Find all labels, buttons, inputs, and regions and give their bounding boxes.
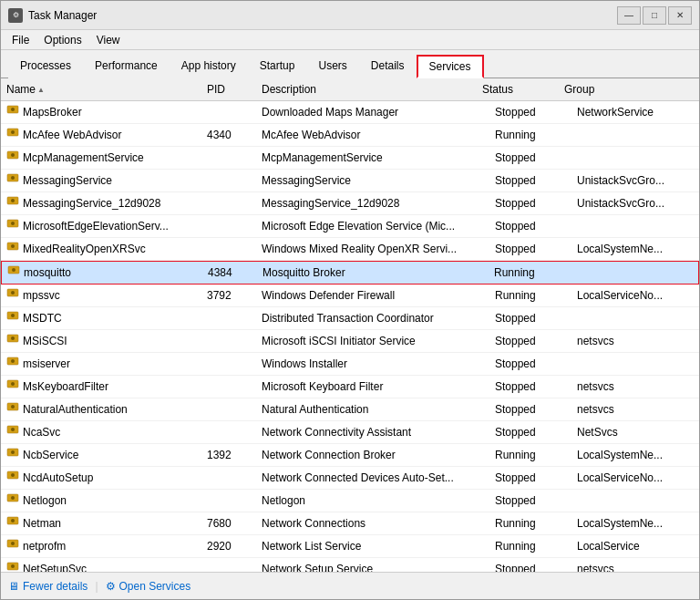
table-row[interactable]: MixedRealityOpenXRSvc Windows Mixed Real… <box>1 238 699 261</box>
cell-group: NetSvcs <box>571 421 699 443</box>
cell-name: MapsBroker <box>1 101 201 123</box>
tab-startup[interactable]: Startup <box>248 55 307 78</box>
service-icon <box>6 378 19 396</box>
table-row[interactable]: NaturalAuthentication Natural Authentica… <box>1 398 699 421</box>
svg-point-1 <box>11 108 15 111</box>
cell-pid <box>201 408 256 411</box>
cell-name: MsKeyboardFilter <box>1 376 201 398</box>
tab-users[interactable]: Users <box>306 55 358 78</box>
table-row[interactable]: MapsBroker Downloaded Maps Manager Stopp… <box>1 101 699 124</box>
minimize-button[interactable]: — <box>617 6 641 25</box>
col-header-pid[interactable]: PID <box>201 80 256 98</box>
tab-processes[interactable]: Processes <box>8 55 83 78</box>
service-icon <box>6 286 19 305</box>
fewer-details-icon: 🖥 <box>8 580 19 593</box>
cell-description: Network Connectivity Assistant <box>256 421 489 443</box>
service-icon <box>6 332 19 350</box>
table-row[interactable]: mosquitto 4384 Mosquitto Broker Running <box>1 261 699 284</box>
col-header-status[interactable]: Status <box>477 80 559 98</box>
service-icon <box>6 491 19 510</box>
table-row[interactable]: Netlogon Netlogon Stopped <box>1 490 699 512</box>
table-row[interactable]: NetSetupSvc Network Setup Service Stoppe… <box>1 558 699 572</box>
table-row[interactable]: Netman 7680 Network Connections Running … <box>1 512 699 535</box>
maximize-button[interactable]: □ <box>643 6 666 25</box>
tab-services[interactable]: Services <box>417 55 484 78</box>
cell-pid: 4340 <box>201 124 256 146</box>
cell-pid <box>201 476 256 480</box>
cell-description: Network Setup Service <box>256 558 489 572</box>
cell-pid <box>201 430 256 434</box>
cell-status: Running <box>489 284 571 306</box>
table-row[interactable]: NcbService 1392 Network Connection Broke… <box>1 444 699 467</box>
title-bar: ⚙ Task Manager — □ ✕ <box>1 1 699 30</box>
cell-name: msiserver <box>1 353 201 375</box>
services-content: Name ▲ PID Description Status Group Ma <box>1 78 699 572</box>
cell-name: Netlogon <box>1 490 201 512</box>
table-row[interactable]: MSiSCSI Microsoft iSCSI Initiator Servic… <box>1 330 699 353</box>
cell-pid: 4384 <box>202 262 257 284</box>
sort-arrow-icon: ▲ <box>37 86 45 94</box>
menu-file[interactable]: File <box>5 32 36 48</box>
service-icon <box>6 126 19 144</box>
status-bar: 🖥 Fewer details | ⚙ Open Services <box>1 572 699 599</box>
cell-description: Network Connection Broker <box>256 444 489 466</box>
table-row[interactable]: mpssvc 3792 Windows Defender Firewall Ru… <box>1 284 699 307</box>
cell-name: MixedRealityOpenXRSvc <box>1 238 201 260</box>
cell-name: MessagingService_12d9028 <box>1 192 201 214</box>
services-table-body[interactable]: MapsBroker Downloaded Maps Manager Stopp… <box>1 101 699 572</box>
cell-pid <box>201 224 256 228</box>
table-row[interactable]: msiserver Windows Installer Stopped <box>1 353 699 376</box>
service-icon <box>6 149 19 167</box>
cell-description: Microsoft iSCSI Initiator Service <box>256 330 489 352</box>
svg-point-31 <box>11 450 15 454</box>
table-row[interactable]: MsKeyboardFilter Microsoft Keyboard Filt… <box>1 376 699 398</box>
tab-app-history[interactable]: App history <box>170 55 248 78</box>
cell-pid <box>201 202 256 205</box>
cell-group: LocalServiceNo... <box>571 467 699 489</box>
scrollbar-spacer <box>686 80 699 98</box>
col-header-description[interactable]: Description <box>256 80 477 98</box>
cell-name: mosquitto <box>2 262 202 284</box>
service-icon <box>6 309 19 327</box>
svg-point-39 <box>11 542 15 545</box>
service-icon <box>7 264 20 282</box>
table-row[interactable]: netprofm 2920 Network List Service Runni… <box>1 535 699 558</box>
svg-point-21 <box>11 336 15 340</box>
service-icon <box>6 537 19 555</box>
close-button[interactable]: ✕ <box>668 6 692 25</box>
cell-name: NetSetupSvc <box>1 558 201 572</box>
fewer-details-button[interactable]: 🖥 Fewer details <box>8 580 88 593</box>
table-row[interactable]: MSDTC Distributed Transaction Coordinato… <box>1 307 699 330</box>
cell-group: netsvcs <box>571 558 699 572</box>
cell-name: MSiSCSI <box>1 330 201 352</box>
svg-point-11 <box>11 222 15 225</box>
table-row[interactable]: McAfee WebAdvisor 4340 McAfee WebAdvisor… <box>1 124 699 147</box>
tab-details[interactable]: Details <box>359 55 417 78</box>
menu-bar: File Options View <box>1 30 699 50</box>
cell-status: Running <box>489 535 571 557</box>
col-header-group[interactable]: Group <box>559 80 686 98</box>
cell-group <box>571 316 699 320</box>
tab-performance[interactable]: Performance <box>83 55 170 78</box>
table-row[interactable]: MicrosoftEdgeElevationServ... Microsoft … <box>1 215 699 238</box>
menu-options[interactable]: Options <box>36 32 88 48</box>
cell-status: Stopped <box>489 376 571 398</box>
table-row[interactable]: NcaSvc Network Connectivity Assistant St… <box>1 421 699 444</box>
table-row[interactable]: NcdAutoSetup Network Connected Devices A… <box>1 467 699 490</box>
svg-point-41 <box>11 564 15 568</box>
open-services-button[interactable]: ⚙ Open Services <box>106 580 191 593</box>
cell-status: Running <box>489 512 571 534</box>
cell-status: Stopped <box>489 330 571 352</box>
cell-status: Stopped <box>489 147 571 169</box>
service-icon <box>6 423 19 441</box>
svg-point-37 <box>11 519 15 522</box>
table-row[interactable]: McpManagementService McpManagementServic… <box>1 147 699 170</box>
cell-name: NcaSvc <box>1 421 201 443</box>
table-row[interactable]: MessagingService_12d9028 MessagingServic… <box>1 192 699 215</box>
cell-description: Network Connections <box>256 512 489 534</box>
table-row[interactable]: MessagingService MessagingService Stoppe… <box>1 170 699 192</box>
cell-description: MessagingService_12d9028 <box>256 192 489 214</box>
svg-point-19 <box>11 314 15 317</box>
menu-view[interactable]: View <box>89 32 128 48</box>
col-header-name[interactable]: Name ▲ <box>1 80 201 98</box>
